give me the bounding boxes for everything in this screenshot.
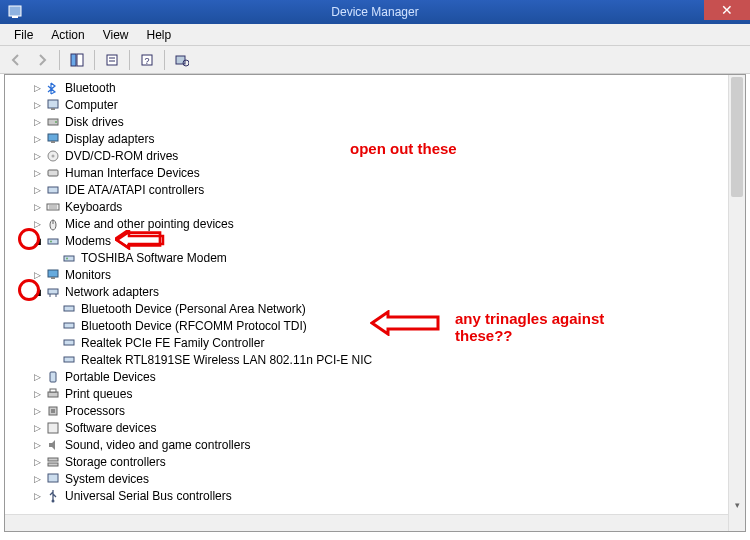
tree-node-print-queues[interactable]: ▷ Print queues [13, 385, 745, 402]
forward-button[interactable] [30, 49, 54, 71]
expand-icon[interactable]: ▷ [31, 133, 43, 145]
expand-icon[interactable]: ▷ [31, 116, 43, 128]
scan-hardware-button[interactable] [170, 49, 194, 71]
toolbar-separator [164, 50, 165, 70]
tree-node-dvd[interactable]: ▷ DVD/CD-ROM drives [13, 147, 745, 164]
tree-node-realtek-wlan[interactable]: Realtek RTL8191SE Wireless LAN 802.11n P… [13, 351, 745, 368]
collapse-icon[interactable]: ◢ [31, 286, 43, 298]
hid-icon [45, 165, 61, 181]
node-label: Keyboards [65, 200, 122, 214]
menu-view[interactable]: View [95, 26, 137, 44]
expand-icon[interactable]: ▷ [31, 473, 43, 485]
network-adapter-icon [61, 335, 77, 351]
expand-icon[interactable]: ▷ [31, 422, 43, 434]
expand-icon[interactable]: ▷ [31, 371, 43, 383]
node-label: Software devices [65, 421, 156, 435]
properties-button[interactable] [100, 49, 124, 71]
tree-node-software-devices[interactable]: ▷ Software devices [13, 419, 745, 436]
tree-node-processors[interactable]: ▷ Processors [13, 402, 745, 419]
node-label: Human Interface Devices [65, 166, 200, 180]
mouse-icon [45, 216, 61, 232]
node-label: Storage controllers [65, 455, 166, 469]
back-button[interactable] [4, 49, 28, 71]
menu-help[interactable]: Help [139, 26, 180, 44]
expand-icon[interactable]: ▷ [31, 201, 43, 213]
svg-text:?: ? [144, 56, 149, 66]
tree-node-storage[interactable]: ▷ Storage controllers [13, 453, 745, 470]
show-hide-tree-button[interactable] [65, 49, 89, 71]
tree-node-portable[interactable]: ▷ Portable Devices [13, 368, 745, 385]
display-icon [45, 131, 61, 147]
tree-node-system[interactable]: ▷ System devices [13, 470, 745, 487]
svg-rect-28 [64, 256, 74, 261]
svg-rect-9 [176, 56, 185, 64]
svg-rect-2 [71, 54, 76, 66]
node-label: Universal Serial Bus controllers [65, 489, 232, 503]
expand-icon[interactable]: ▷ [31, 439, 43, 451]
scroll-thumb[interactable] [731, 77, 743, 197]
tree-node-keyboards[interactable]: ▷ Keyboards [13, 198, 745, 215]
tree-node-bt-rfcomm[interactable]: Bluetooth Device (RFCOMM Protocol TDI) [13, 317, 745, 334]
expand-icon[interactable]: ▷ [31, 456, 43, 468]
tree-node-toshiba-modem[interactable]: TOSHIBA Software Modem [13, 249, 745, 266]
tree-node-usb[interactable]: ▷ Universal Serial Bus controllers [13, 487, 745, 504]
tree-node-hid[interactable]: ▷ Human Interface Devices [13, 164, 745, 181]
svg-rect-16 [51, 141, 55, 143]
device-tree: ▷ Bluetooth ▷ Computer ▷ Disk drives ▷ D… [5, 75, 745, 508]
usb-icon [45, 488, 61, 504]
tree-node-ide[interactable]: ▷ IDE ATA/ATAPI controllers [13, 181, 745, 198]
node-label: Bluetooth Device (Personal Area Network) [81, 302, 306, 316]
tree-node-realtek-fe[interactable]: Realtek PCIe FE Family Controller [13, 334, 745, 351]
cpu-icon [45, 403, 61, 419]
tree-node-disk-drives[interactable]: ▷ Disk drives [13, 113, 745, 130]
scroll-down-icon[interactable]: ▾ [729, 497, 745, 514]
title-bar: Device Manager ✕ [0, 0, 750, 24]
system-icon [45, 471, 61, 487]
bluetooth-icon [45, 80, 61, 96]
svg-point-27 [50, 240, 52, 242]
svg-point-18 [52, 154, 55, 157]
svg-rect-44 [48, 423, 58, 433]
printer-icon [45, 386, 61, 402]
tree-node-display-adapters[interactable]: ▷ Display adapters [13, 130, 745, 147]
svg-rect-1 [12, 16, 18, 18]
svg-rect-39 [50, 372, 56, 382]
tree-node-network[interactable]: ◢ Network adapters [13, 283, 745, 300]
expand-icon[interactable]: ▷ [31, 167, 43, 179]
tree-node-mice[interactable]: ▷ Mice and other pointing devices [13, 215, 745, 232]
toolbar-separator [59, 50, 60, 70]
network-adapter-icon [61, 318, 77, 334]
close-button[interactable]: ✕ [704, 0, 750, 20]
collapse-icon[interactable]: ◢ [31, 235, 43, 247]
horizontal-scrollbar[interactable] [5, 514, 728, 531]
tree-node-monitors[interactable]: ▷ Monitors [13, 266, 745, 283]
node-label: Mice and other pointing devices [65, 217, 234, 231]
expand-icon[interactable]: ▷ [31, 490, 43, 502]
svg-rect-41 [50, 389, 56, 392]
help-button[interactable]: ? [135, 49, 159, 71]
expand-icon[interactable]: ▷ [31, 388, 43, 400]
menu-file[interactable]: File [6, 26, 41, 44]
tree-node-sound[interactable]: ▷ Sound, video and game controllers [13, 436, 745, 453]
expand-icon[interactable]: ▷ [31, 82, 43, 94]
svg-rect-30 [48, 270, 58, 277]
vertical-scrollbar[interactable]: ▴ ▾ [728, 75, 745, 531]
svg-rect-26 [48, 239, 58, 244]
sound-icon [45, 437, 61, 453]
svg-rect-20 [48, 187, 58, 193]
tree-node-bt-pan[interactable]: Bluetooth Device (Personal Area Network) [13, 300, 745, 317]
node-label: Portable Devices [65, 370, 156, 384]
expand-icon[interactable]: ▷ [31, 99, 43, 111]
tree-node-computer[interactable]: ▷ Computer [13, 96, 745, 113]
expand-icon[interactable]: ▷ [31, 184, 43, 196]
expand-icon[interactable]: ▷ [31, 218, 43, 230]
device-tree-panel: ▴ ▾ ▷ Bluetooth ▷ Computer ▷ Disk drives… [4, 74, 746, 532]
expand-icon[interactable]: ▷ [31, 405, 43, 417]
tree-node-modems[interactable]: ◢ Modems [13, 232, 745, 249]
expand-icon[interactable]: ▷ [31, 269, 43, 281]
tree-node-bluetooth[interactable]: ▷ Bluetooth [13, 79, 745, 96]
node-label: Computer [65, 98, 118, 112]
svg-rect-36 [64, 323, 74, 328]
menu-action[interactable]: Action [43, 26, 92, 44]
expand-icon[interactable]: ▷ [31, 150, 43, 162]
